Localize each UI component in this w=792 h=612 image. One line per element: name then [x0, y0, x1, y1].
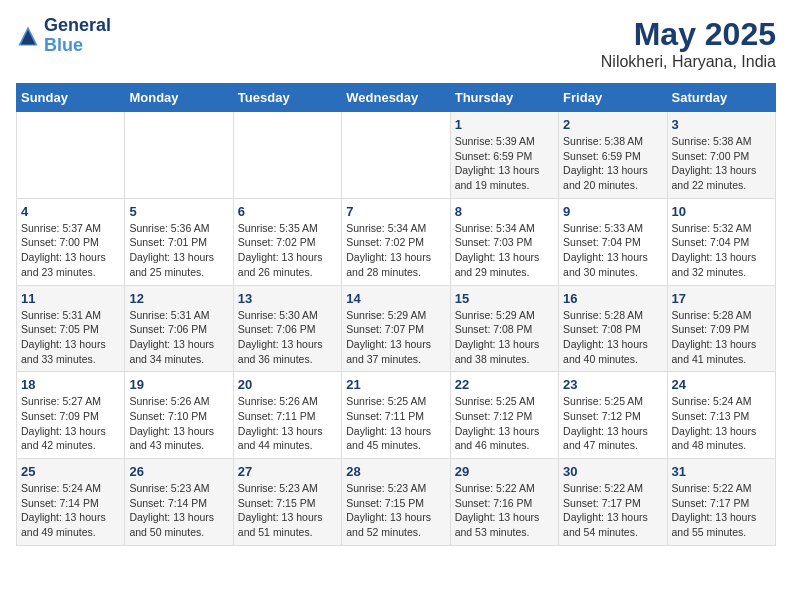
- calendar-table: SundayMondayTuesdayWednesdayThursdayFrid…: [16, 83, 776, 546]
- day-cell: 28Sunrise: 5:23 AM Sunset: 7:15 PM Dayli…: [342, 459, 450, 546]
- day-number: 23: [563, 377, 662, 392]
- day-number: 3: [672, 117, 771, 132]
- logo-icon: [16, 24, 40, 48]
- day-cell: 7Sunrise: 5:34 AM Sunset: 7:02 PM Daylig…: [342, 198, 450, 285]
- day-info: Sunrise: 5:29 AM Sunset: 7:08 PM Dayligh…: [455, 308, 554, 367]
- day-info: Sunrise: 5:34 AM Sunset: 7:03 PM Dayligh…: [455, 221, 554, 280]
- day-info: Sunrise: 5:38 AM Sunset: 7:00 PM Dayligh…: [672, 134, 771, 193]
- day-number: 26: [129, 464, 228, 479]
- day-cell: 24Sunrise: 5:24 AM Sunset: 7:13 PM Dayli…: [667, 372, 775, 459]
- day-number: 25: [21, 464, 120, 479]
- day-cell: 15Sunrise: 5:29 AM Sunset: 7:08 PM Dayli…: [450, 285, 558, 372]
- day-cell: 6Sunrise: 5:35 AM Sunset: 7:02 PM Daylig…: [233, 198, 341, 285]
- day-info: Sunrise: 5:31 AM Sunset: 7:06 PM Dayligh…: [129, 308, 228, 367]
- day-cell: 23Sunrise: 5:25 AM Sunset: 7:12 PM Dayli…: [559, 372, 667, 459]
- day-cell: [233, 112, 341, 199]
- day-info: Sunrise: 5:37 AM Sunset: 7:00 PM Dayligh…: [21, 221, 120, 280]
- day-info: Sunrise: 5:23 AM Sunset: 7:14 PM Dayligh…: [129, 481, 228, 540]
- day-info: Sunrise: 5:23 AM Sunset: 7:15 PM Dayligh…: [238, 481, 337, 540]
- week-row-3: 11Sunrise: 5:31 AM Sunset: 7:05 PM Dayli…: [17, 285, 776, 372]
- day-info: Sunrise: 5:26 AM Sunset: 7:10 PM Dayligh…: [129, 394, 228, 453]
- day-number: 21: [346, 377, 445, 392]
- day-number: 22: [455, 377, 554, 392]
- weekday-header-friday: Friday: [559, 84, 667, 112]
- day-cell: 2Sunrise: 5:38 AM Sunset: 6:59 PM Daylig…: [559, 112, 667, 199]
- weekday-header-saturday: Saturday: [667, 84, 775, 112]
- day-cell: 29Sunrise: 5:22 AM Sunset: 7:16 PM Dayli…: [450, 459, 558, 546]
- day-number: 7: [346, 204, 445, 219]
- day-info: Sunrise: 5:22 AM Sunset: 7:17 PM Dayligh…: [563, 481, 662, 540]
- day-cell: 16Sunrise: 5:28 AM Sunset: 7:08 PM Dayli…: [559, 285, 667, 372]
- day-info: Sunrise: 5:39 AM Sunset: 6:59 PM Dayligh…: [455, 134, 554, 193]
- day-cell: 27Sunrise: 5:23 AM Sunset: 7:15 PM Dayli…: [233, 459, 341, 546]
- day-info: Sunrise: 5:24 AM Sunset: 7:13 PM Dayligh…: [672, 394, 771, 453]
- day-number: 11: [21, 291, 120, 306]
- day-number: 15: [455, 291, 554, 306]
- day-number: 10: [672, 204, 771, 219]
- calendar-title: May 2025: [601, 16, 776, 53]
- day-cell: 17Sunrise: 5:28 AM Sunset: 7:09 PM Dayli…: [667, 285, 775, 372]
- day-number: 17: [672, 291, 771, 306]
- day-info: Sunrise: 5:35 AM Sunset: 7:02 PM Dayligh…: [238, 221, 337, 280]
- weekday-header-wednesday: Wednesday: [342, 84, 450, 112]
- day-cell: 19Sunrise: 5:26 AM Sunset: 7:10 PM Dayli…: [125, 372, 233, 459]
- day-number: 28: [346, 464, 445, 479]
- day-info: Sunrise: 5:28 AM Sunset: 7:08 PM Dayligh…: [563, 308, 662, 367]
- weekday-header-row: SundayMondayTuesdayWednesdayThursdayFrid…: [17, 84, 776, 112]
- day-cell: 18Sunrise: 5:27 AM Sunset: 7:09 PM Dayli…: [17, 372, 125, 459]
- logo-text: General Blue: [44, 16, 111, 56]
- day-number: 16: [563, 291, 662, 306]
- day-cell: 30Sunrise: 5:22 AM Sunset: 7:17 PM Dayli…: [559, 459, 667, 546]
- day-cell: 12Sunrise: 5:31 AM Sunset: 7:06 PM Dayli…: [125, 285, 233, 372]
- week-row-1: 1Sunrise: 5:39 AM Sunset: 6:59 PM Daylig…: [17, 112, 776, 199]
- day-cell: 22Sunrise: 5:25 AM Sunset: 7:12 PM Dayli…: [450, 372, 558, 459]
- day-cell: 1Sunrise: 5:39 AM Sunset: 6:59 PM Daylig…: [450, 112, 558, 199]
- page-header: General Blue May 2025 Nilokheri, Haryana…: [16, 16, 776, 71]
- day-number: 29: [455, 464, 554, 479]
- day-cell: 31Sunrise: 5:22 AM Sunset: 7:17 PM Dayli…: [667, 459, 775, 546]
- day-number: 27: [238, 464, 337, 479]
- day-number: 1: [455, 117, 554, 132]
- day-info: Sunrise: 5:22 AM Sunset: 7:16 PM Dayligh…: [455, 481, 554, 540]
- day-cell: 9Sunrise: 5:33 AM Sunset: 7:04 PM Daylig…: [559, 198, 667, 285]
- day-cell: 3Sunrise: 5:38 AM Sunset: 7:00 PM Daylig…: [667, 112, 775, 199]
- day-cell: 25Sunrise: 5:24 AM Sunset: 7:14 PM Dayli…: [17, 459, 125, 546]
- day-cell: 13Sunrise: 5:30 AM Sunset: 7:06 PM Dayli…: [233, 285, 341, 372]
- day-number: 19: [129, 377, 228, 392]
- day-info: Sunrise: 5:34 AM Sunset: 7:02 PM Dayligh…: [346, 221, 445, 280]
- week-row-2: 4Sunrise: 5:37 AM Sunset: 7:00 PM Daylig…: [17, 198, 776, 285]
- day-info: Sunrise: 5:38 AM Sunset: 6:59 PM Dayligh…: [563, 134, 662, 193]
- day-info: Sunrise: 5:31 AM Sunset: 7:05 PM Dayligh…: [21, 308, 120, 367]
- day-number: 24: [672, 377, 771, 392]
- day-number: 9: [563, 204, 662, 219]
- weekday-header-tuesday: Tuesday: [233, 84, 341, 112]
- weekday-header-thursday: Thursday: [450, 84, 558, 112]
- day-info: Sunrise: 5:29 AM Sunset: 7:07 PM Dayligh…: [346, 308, 445, 367]
- day-info: Sunrise: 5:26 AM Sunset: 7:11 PM Dayligh…: [238, 394, 337, 453]
- day-info: Sunrise: 5:33 AM Sunset: 7:04 PM Dayligh…: [563, 221, 662, 280]
- title-block: May 2025 Nilokheri, Haryana, India: [601, 16, 776, 71]
- day-info: Sunrise: 5:28 AM Sunset: 7:09 PM Dayligh…: [672, 308, 771, 367]
- day-cell: 8Sunrise: 5:34 AM Sunset: 7:03 PM Daylig…: [450, 198, 558, 285]
- day-cell: 20Sunrise: 5:26 AM Sunset: 7:11 PM Dayli…: [233, 372, 341, 459]
- day-cell: 14Sunrise: 5:29 AM Sunset: 7:07 PM Dayli…: [342, 285, 450, 372]
- day-info: Sunrise: 5:22 AM Sunset: 7:17 PM Dayligh…: [672, 481, 771, 540]
- day-cell: [125, 112, 233, 199]
- week-row-5: 25Sunrise: 5:24 AM Sunset: 7:14 PM Dayli…: [17, 459, 776, 546]
- day-number: 4: [21, 204, 120, 219]
- day-number: 12: [129, 291, 228, 306]
- day-number: 14: [346, 291, 445, 306]
- day-info: Sunrise: 5:24 AM Sunset: 7:14 PM Dayligh…: [21, 481, 120, 540]
- day-info: Sunrise: 5:30 AM Sunset: 7:06 PM Dayligh…: [238, 308, 337, 367]
- day-info: Sunrise: 5:27 AM Sunset: 7:09 PM Dayligh…: [21, 394, 120, 453]
- day-cell: [342, 112, 450, 199]
- day-number: 5: [129, 204, 228, 219]
- week-row-4: 18Sunrise: 5:27 AM Sunset: 7:09 PM Dayli…: [17, 372, 776, 459]
- weekday-header-sunday: Sunday: [17, 84, 125, 112]
- day-number: 13: [238, 291, 337, 306]
- day-info: Sunrise: 5:25 AM Sunset: 7:12 PM Dayligh…: [563, 394, 662, 453]
- calendar-subtitle: Nilokheri, Haryana, India: [601, 53, 776, 71]
- day-number: 30: [563, 464, 662, 479]
- day-cell: 11Sunrise: 5:31 AM Sunset: 7:05 PM Dayli…: [17, 285, 125, 372]
- day-number: 6: [238, 204, 337, 219]
